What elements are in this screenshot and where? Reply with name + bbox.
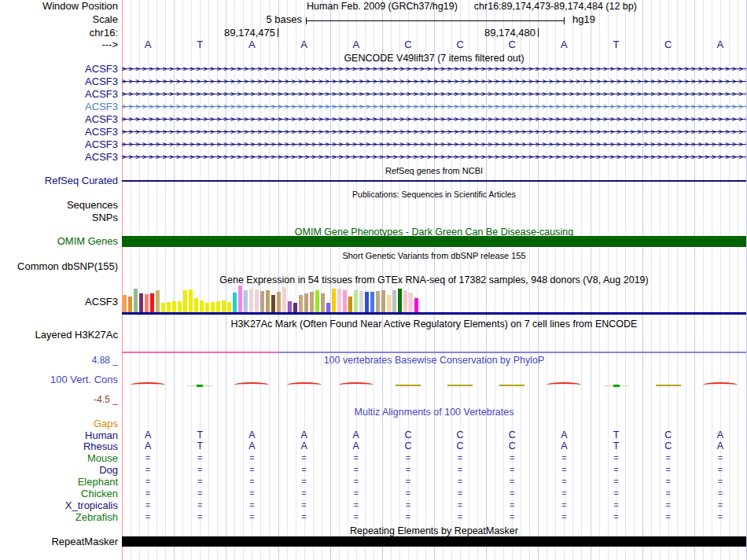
gtex-tissue-bar[interactable] bbox=[392, 290, 396, 312]
sequences-label[interactable]: Sequences bbox=[0, 200, 118, 211]
gtex-tissue-bar[interactable] bbox=[194, 298, 198, 312]
gtex-tissue-bar[interactable] bbox=[337, 289, 341, 312]
dbsnp-label[interactable]: Common dbSNP(155) bbox=[0, 261, 118, 272]
gtex-tissue-bar[interactable] bbox=[161, 303, 165, 312]
gtex-tissue-bar[interactable] bbox=[288, 301, 292, 312]
gtex-tissue-bar[interactable] bbox=[321, 293, 325, 312]
gtex-tissue-bar[interactable] bbox=[145, 294, 149, 312]
gtex-tissue-bar[interactable] bbox=[172, 301, 176, 312]
dbsnp-track-title[interactable]: Short Genetic Variants from dbSNP releas… bbox=[122, 250, 746, 261]
multiz-species-label-chicken[interactable]: Chicken bbox=[0, 488, 118, 499]
gtex-tissue-bar[interactable] bbox=[233, 293, 237, 312]
gencode-transcript[interactable]: >>>>>>>>>>>>>>>>>>>>>>>>>>>>>>>>>>>>>>>>… bbox=[122, 90, 746, 99]
gtex-tissue-bar[interactable] bbox=[310, 292, 314, 312]
multiz-species-label-dog[interactable]: Dog bbox=[0, 465, 118, 476]
gtex-gene-label[interactable]: ACSF3 bbox=[0, 297, 118, 308]
gtex-tissue-bar[interactable] bbox=[167, 302, 171, 312]
gencode-gene-label[interactable]: ACSF3 bbox=[0, 76, 118, 87]
gencode-gene-label[interactable]: ACSF3 bbox=[0, 127, 118, 138]
gtex-tissue-bar[interactable] bbox=[183, 290, 187, 312]
gtex-tissue-bar[interactable] bbox=[227, 302, 231, 312]
gtex-tissue-bar[interactable] bbox=[414, 298, 418, 312]
gencode-transcript[interactable]: >>>>>>>>>>>>>>>>>>>>>>>>>>>>>>>>>>>>>>>>… bbox=[122, 140, 746, 149]
gtex-tissue-bar[interactable] bbox=[139, 293, 143, 312]
gtex-tissue-bar[interactable] bbox=[260, 291, 264, 312]
multiz-species-label-elephant[interactable]: Elephant bbox=[0, 477, 118, 488]
gtex-tissue-bar[interactable] bbox=[271, 295, 275, 312]
gencode-gene-label[interactable]: ACSF3 bbox=[0, 152, 118, 163]
snps-label[interactable]: SNPs bbox=[0, 212, 118, 223]
gtex-tissue-bar[interactable] bbox=[156, 290, 160, 312]
gtex-tissue-bar[interactable] bbox=[282, 287, 286, 312]
h3k27ac-label[interactable]: Layered H3K27Ac bbox=[0, 330, 118, 341]
gencode-gene-label[interactable]: ACSF3 bbox=[0, 89, 118, 100]
gtex-tissue-bar[interactable] bbox=[134, 289, 138, 312]
gtex-tissue-bar[interactable] bbox=[211, 302, 215, 312]
gtex-tissue-bar[interactable] bbox=[365, 292, 369, 312]
gtex-tissue-bar[interactable] bbox=[277, 292, 281, 312]
gtex-tissue-bar[interactable] bbox=[359, 291, 363, 312]
gencode-transcript[interactable]: >>>>>>>>>>>>>>>>>>>>>>>>>>>>>>>>>>>>>>>>… bbox=[122, 115, 746, 124]
phylop-track-label[interactable]: 100 Vert. Cons bbox=[0, 374, 118, 385]
gencode-transcript[interactable]: >>>>>>>>>>>>>>>>>>>>>>>>>>>>>>>>>>>>>>>>… bbox=[122, 64, 746, 74]
gtex-tissue-bar[interactable] bbox=[123, 295, 127, 312]
gtex-tissue-bar[interactable] bbox=[409, 293, 413, 312]
gtex-tissue-bar[interactable] bbox=[381, 290, 385, 312]
gtex-tissue-bar[interactable] bbox=[343, 290, 347, 312]
gencode-gene-label[interactable]: ACSF3 bbox=[0, 64, 118, 75]
gtex-tissue-bar[interactable] bbox=[326, 303, 330, 312]
gtex-tissue-bar[interactable] bbox=[266, 290, 270, 312]
gtex-tissue-bar[interactable] bbox=[128, 297, 132, 312]
repeatmasker-bar[interactable] bbox=[122, 536, 746, 547]
gtex-tissue-bar[interactable] bbox=[244, 290, 248, 312]
multiz-species-label-zebrafish[interactable]: Zebrafish bbox=[0, 512, 118, 523]
refseq-track-title[interactable]: RefSeq genes from NCBI bbox=[122, 165, 746, 176]
phylop-track-title[interactable]: 100 vertebrates Basewise Conservation by… bbox=[122, 355, 746, 366]
gtex-tissue-bar[interactable] bbox=[315, 290, 319, 312]
publications-track-title[interactable]: Publications: Sequences in Scientific Ar… bbox=[122, 189, 746, 200]
gtex-gene-model-line[interactable] bbox=[122, 312, 746, 315]
gencode-gene-label[interactable]: ACSF3 bbox=[0, 114, 118, 125]
gtex-tissue-bar[interactable] bbox=[354, 290, 358, 312]
refseq-gene-line[interactable] bbox=[122, 180, 746, 182]
gencode-transcript[interactable]: >>>>>>>>>>>>>>>>>>>>>>>>>>>>>>>>>>>>>>>>… bbox=[122, 127, 746, 137]
gencode-transcript[interactable]: >>>>>>>>>>>>>>>>>>>>>>>>>>>>>>>>>>>>>>>>… bbox=[122, 77, 746, 87]
gtex-tissue-bar[interactable] bbox=[304, 293, 308, 312]
multiz-track-title[interactable]: Multiz Alignments of 100 Vertebrates bbox=[122, 407, 746, 418]
gtex-tissue-bar[interactable] bbox=[348, 297, 352, 312]
multiz-species-label-human[interactable]: Human bbox=[0, 430, 118, 441]
gtex-tissue-bar[interactable] bbox=[238, 286, 242, 312]
gtex-tissue-bar[interactable] bbox=[299, 295, 303, 312]
gtex-tissue-bar[interactable] bbox=[255, 289, 259, 312]
gtex-tissue-bar[interactable] bbox=[249, 289, 253, 312]
gtex-tissue-bar[interactable] bbox=[376, 291, 380, 312]
multiz-species-label-mouse[interactable]: Mouse bbox=[0, 453, 118, 464]
gtex-tissue-bar[interactable] bbox=[403, 290, 407, 312]
gtex-tissue-bar[interactable] bbox=[222, 300, 226, 312]
multiz-species-label-gaps[interactable]: Gaps bbox=[0, 418, 118, 429]
gencode-transcript[interactable]: >>>>>>>>>>>>>>>>>>>>>>>>>>>>>>>>>>>>>>>>… bbox=[122, 153, 746, 162]
refseq-curated-label[interactable]: RefSeq Curated bbox=[0, 175, 118, 186]
gencode-gene-label[interactable]: ACSF3 bbox=[0, 101, 118, 112]
gtex-tissue-bar[interactable] bbox=[150, 293, 154, 312]
gtex-tissue-bar[interactable] bbox=[200, 300, 204, 312]
gtex-tissue-bar[interactable] bbox=[370, 292, 374, 312]
gtex-tissue-bar[interactable] bbox=[293, 303, 297, 312]
gtex-tissue-bar[interactable] bbox=[189, 289, 193, 312]
gencode-transcript[interactable]: >>>>>>>>>>>>>>>>>>>>>>>>>>>>>>>>>>>>>>>>… bbox=[122, 102, 746, 112]
omim-genes-label[interactable]: OMIM Genes bbox=[0, 236, 118, 247]
repeatmasker-track-title[interactable]: Repeating Elements by RepeatMasker bbox=[122, 525, 746, 536]
multiz-species-label-rhesus[interactable]: Rhesus bbox=[0, 441, 118, 452]
gtex-tissue-bar[interactable] bbox=[205, 303, 209, 312]
gtex-tissue-bar[interactable] bbox=[398, 289, 402, 312]
gencode-track-title[interactable]: GENCODE V49lift37 (7 items filtered out) bbox=[122, 53, 746, 64]
gencode-gene-label[interactable]: ACSF3 bbox=[0, 139, 118, 150]
gtex-tissue-bar[interactable] bbox=[216, 301, 220, 312]
repeatmasker-label[interactable]: RepeatMasker bbox=[0, 536, 118, 547]
gtex-tissue-bar[interactable] bbox=[178, 301, 182, 312]
multiz-species-label-x_tropicalis[interactable]: X_tropicalis bbox=[0, 500, 118, 511]
gtex-track-title[interactable]: Gene Expression in 54 tissues from GTEx … bbox=[122, 274, 746, 286]
gtex-tissue-bar[interactable] bbox=[387, 295, 391, 312]
omim-gene-bar[interactable] bbox=[122, 236, 746, 247]
h3k27ac-track-title[interactable]: H3K27Ac Mark (Often Found Near Active Re… bbox=[122, 319, 746, 330]
